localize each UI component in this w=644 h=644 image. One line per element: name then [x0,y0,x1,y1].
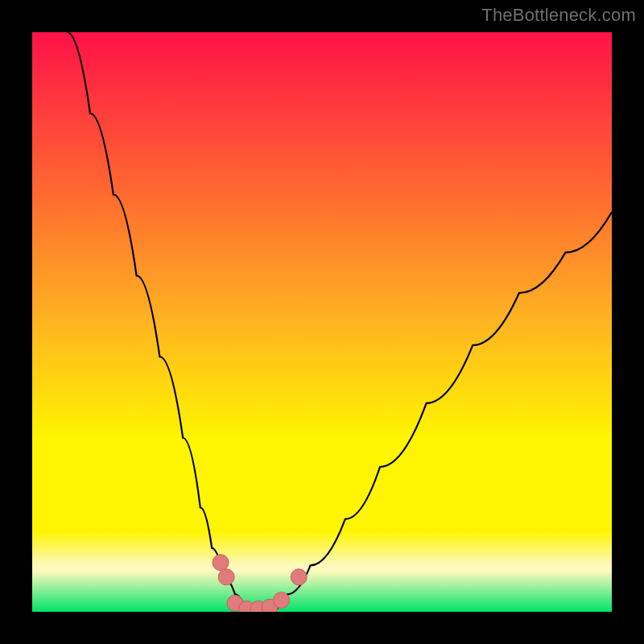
bottleneck-curve-left [67,32,246,612]
bottleneck-curve-right [270,212,612,612]
data-dot [274,592,290,609]
data-dot [218,569,234,585]
outer-frame: TheBottleneck.com [0,0,644,644]
plot-overlay [32,32,612,612]
data-dots-group [213,555,307,612]
data-dot [291,569,307,585]
data-dot [213,555,229,571]
watermark-text: TheBottleneck.com [481,5,636,26]
